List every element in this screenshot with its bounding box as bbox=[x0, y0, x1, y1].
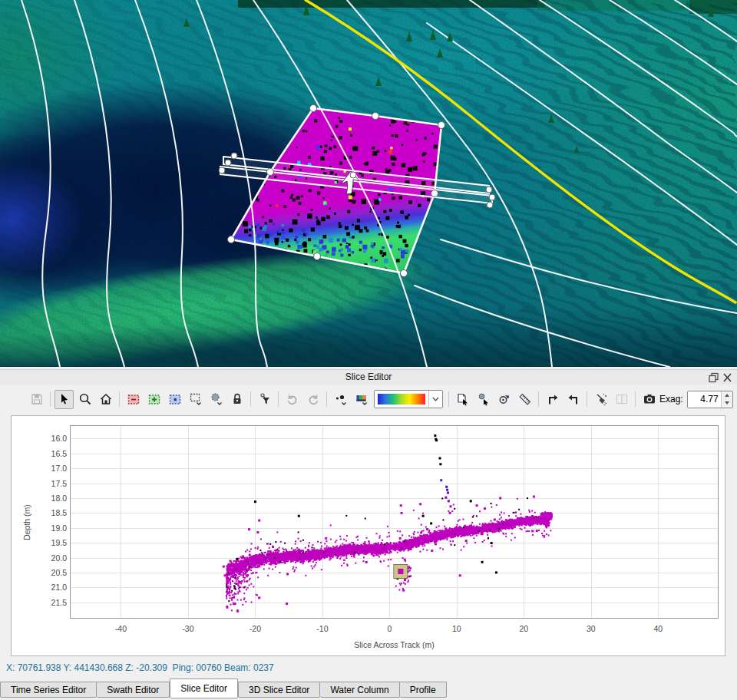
x-tick-label: -10 bbox=[307, 624, 338, 633]
save-icon[interactable] bbox=[27, 390, 46, 409]
tab-slice-editor[interactable]: Slice Editor bbox=[170, 679, 238, 698]
tab-time-series-editor[interactable]: Time Series Editor bbox=[0, 682, 97, 698]
cursor-status-readout: X: 70761.938 Y: 441430.668 Z: -20.309 Pi… bbox=[6, 662, 274, 673]
exag-spin-up[interactable] bbox=[722, 391, 732, 400]
tab-3d-slice-editor[interactable]: 3D Slice Editor bbox=[238, 682, 320, 698]
lasso-select-icon[interactable] bbox=[207, 390, 226, 409]
y-tick-label: 17.5 bbox=[35, 479, 67, 488]
x-tick-label: 20 bbox=[508, 624, 539, 633]
panel-titlebar[interactable]: Slice Editor bbox=[0, 369, 737, 385]
flag-forward-icon[interactable] bbox=[543, 390, 562, 409]
rotate-about-point-icon[interactable] bbox=[494, 390, 514, 409]
x-tick-label: 30 bbox=[576, 624, 606, 633]
x-tick-label: 10 bbox=[441, 624, 472, 633]
close-icon[interactable] bbox=[721, 371, 734, 384]
y-tick-label: 16.5 bbox=[35, 449, 67, 458]
x-tick-label: 40 bbox=[643, 624, 673, 633]
home-icon[interactable] bbox=[96, 390, 115, 409]
x-tick-label: -30 bbox=[173, 624, 203, 633]
slice-editor-toolbar: Exag: i bbox=[0, 385, 737, 414]
exag-spinbox[interactable] bbox=[687, 391, 733, 408]
colormap-dropdown-arrow[interactable] bbox=[428, 391, 442, 408]
reject-outside-icon[interactable] bbox=[124, 390, 143, 409]
tab-swath-editor[interactable]: Swath Editor bbox=[97, 682, 170, 698]
y-axis-title: Depth (m) bbox=[22, 484, 32, 561]
x-tick-label: 0 bbox=[374, 624, 405, 633]
flag-backward-icon[interactable] bbox=[563, 390, 583, 409]
float-panel-icon[interactable] bbox=[707, 371, 720, 384]
y-tick-label: 21.5 bbox=[35, 598, 67, 607]
y-tick-label: 17.0 bbox=[35, 464, 67, 473]
clean-sweep-icon[interactable] bbox=[591, 390, 610, 409]
exag-spin-down[interactable] bbox=[722, 399, 732, 408]
y-tick-label: 19.0 bbox=[35, 523, 67, 533]
x-tick-label: -20 bbox=[240, 624, 270, 633]
lock-icon[interactable] bbox=[227, 390, 246, 409]
x-axis-title: Slice Across Track (m) bbox=[70, 640, 719, 649]
exag-input[interactable] bbox=[688, 391, 721, 408]
flag-filter-icon[interactable] bbox=[255, 390, 274, 409]
point-display-icon[interactable] bbox=[331, 390, 350, 409]
pick-document-icon[interactable] bbox=[453, 390, 472, 409]
select-inside-icon[interactable] bbox=[165, 390, 184, 409]
y-tick-label: 21.0 bbox=[35, 583, 67, 592]
y-tick-label: 18.5 bbox=[35, 508, 67, 517]
rainbow-colormap-swatch bbox=[378, 394, 425, 404]
snapshot-camera-icon[interactable] bbox=[640, 390, 659, 409]
y-tick-label: 16.0 bbox=[35, 434, 67, 443]
y-tick-label: 18.0 bbox=[35, 494, 67, 503]
x-tick-label: -40 bbox=[105, 624, 136, 633]
tab-profile[interactable]: Profile bbox=[400, 682, 447, 698]
rectangle-select-icon[interactable] bbox=[186, 390, 205, 409]
slice-scatter-plot[interactable] bbox=[70, 425, 719, 619]
redo-icon[interactable] bbox=[303, 390, 322, 409]
exag-spin-arrows[interactable] bbox=[721, 391, 732, 408]
application-window: Slice Editor bbox=[0, 0, 737, 700]
exaggeration-control: Exag: i bbox=[659, 390, 737, 409]
color-by-icon[interactable] bbox=[352, 390, 371, 409]
undo-icon[interactable] bbox=[283, 390, 302, 409]
tab-water-column[interactable]: Water Column bbox=[320, 682, 399, 698]
3d-view[interactable] bbox=[0, 0, 737, 367]
pick-point-icon[interactable] bbox=[474, 390, 493, 409]
split-view-icon[interactable] bbox=[612, 390, 631, 409]
y-tick-label: 20.5 bbox=[35, 568, 67, 577]
slice-plot-panel: 16.016.517.017.518.018.519.019.520.020.5… bbox=[11, 415, 725, 656]
panel-title: Slice Editor bbox=[0, 371, 737, 382]
colormap-combobox[interactable] bbox=[374, 390, 443, 408]
select-cursor-icon[interactable] bbox=[55, 390, 74, 409]
measure-icon[interactable] bbox=[515, 390, 534, 409]
accept-inside-icon[interactable] bbox=[144, 390, 164, 409]
editor-tabbar: Time Series Editor Swath Editor Slice Ed… bbox=[0, 679, 737, 700]
y-tick-label: 19.5 bbox=[35, 538, 67, 547]
bathymetry-3d-scene bbox=[0, 0, 737, 367]
zoom-icon[interactable] bbox=[75, 390, 94, 409]
exag-label: Exag: bbox=[659, 394, 683, 404]
y-tick-label: 20.0 bbox=[35, 553, 67, 563]
